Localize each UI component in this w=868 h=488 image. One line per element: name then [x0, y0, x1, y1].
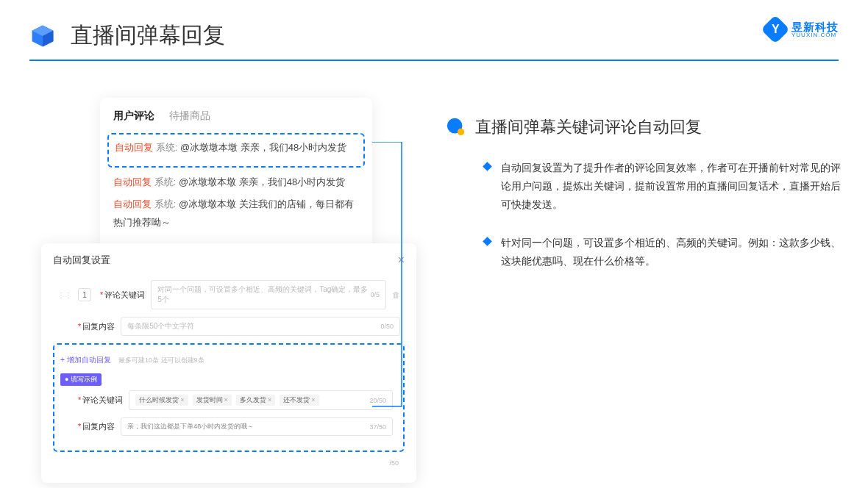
example-section: + 增加自动回复 最多可建10条 还可以创建9条 ● 填写示例 *评论关键词 什…	[53, 343, 405, 452]
keyword-row: ⋮⋮ 1 *评论关键词 对同一个问题，可设置多个相近、高频的关键词，Tag确定，…	[53, 280, 405, 309]
example-reply-input[interactable]: 亲，我们这边都是下单48小时内发货的哦～ 37/50	[121, 417, 393, 436]
add-hint: 最多可建10条 还可以创建9条	[118, 356, 204, 364]
diamond-icon	[483, 237, 492, 246]
svg-point-4	[458, 129, 464, 135]
keyword-chip[interactable]: 什么时候发货	[135, 395, 188, 406]
section-title: 直播间弹幕关键词评论自动回复	[475, 116, 702, 138]
brand-logo: 昱新科技 YUUXIN.COM	[765, 19, 839, 40]
cube-icon	[29, 23, 56, 49]
keyword-chip[interactable]: 多久发货	[236, 395, 275, 406]
keyword-chip[interactable]: 发货时间	[193, 395, 232, 406]
keyword-chip[interactable]: 还不发货	[280, 395, 319, 406]
comment-row: 自动回复 系统: @冰墩墩本墩 关注我们的店铺，每日都有热门推荐呦～	[113, 195, 359, 232]
highlighted-comment: 自动回复 系统: @冰墩墩本墩 亲亲，我们48小时内发货	[107, 133, 365, 168]
description-area: 直播间弹幕关键词评论自动回复 自动回复设置为了提升作者的评论回复效率，作者可在开…	[446, 83, 842, 290]
delete-icon[interactable]: 🗑	[392, 290, 400, 299]
chat-bubble-icon	[446, 117, 466, 137]
comment-row: 自动回复 系统: @冰墩墩本墩 亲亲，我们48小时内发货	[115, 139, 357, 157]
reply-row: *回复内容 每条限50个中文字符 0/50	[53, 317, 405, 336]
reply-input[interactable]: 每条限50个中文字符 0/50	[121, 317, 400, 336]
modal-title: 自动回复设置	[53, 254, 110, 267]
drag-handle-icon[interactable]: ⋮⋮	[57, 291, 72, 299]
brand-name-en: YUUXIN.COM	[791, 32, 839, 38]
page-header: 直播间弹幕回复 昱新科技 YUUXIN.COM	[0, 0, 868, 60]
bullet-point: 自动回复设置为了提升作者的评论回复效率，作者可在开播前针对常见的评论用户问题，提…	[446, 159, 842, 215]
tab-user-comments[interactable]: 用户评论	[113, 110, 154, 123]
brand-icon	[761, 15, 790, 44]
diamond-icon	[483, 162, 492, 171]
add-auto-reply-link[interactable]: + 增加自动回复	[60, 355, 111, 365]
row-number: 1	[78, 288, 91, 301]
auto-reply-settings-modal: 自动回复设置 × ⋮⋮ 1 *评论关键词 对同一个问题，可设置多个相近、高频的关…	[41, 243, 416, 483]
example-keyword-input[interactable]: 什么时候发货 发货时间 多久发货 还不发货 20/50	[129, 390, 393, 410]
outer-counter: /50	[389, 459, 399, 467]
comments-panel: 用户评论 待播商品 自动回复 系统: @冰墩墩本墩 亲亲，我们48小时内发货 自…	[100, 98, 372, 248]
example-badge: ● 填写示例	[60, 373, 102, 386]
close-icon[interactable]: ×	[398, 254, 405, 267]
brand-name-cn: 昱新科技	[791, 21, 839, 32]
header-divider	[29, 60, 839, 61]
screenshot-area: 用户评论 待播商品 自动回复 系统: @冰墩墩本墩 亲亲，我们48小时内发货 自…	[26, 83, 409, 290]
keyword-input[interactable]: 对同一个问题，可设置多个相近、高频的关键词，Tag确定，最多5个 0/5	[151, 280, 386, 309]
comment-row: 自动回复 系统: @冰墩墩本墩 亲亲，我们48小时内发货	[113, 173, 359, 192]
page-title: 直播间弹幕回复	[71, 21, 225, 51]
bullet-point: 针对同一个问题，可设置多个相近的、高频的关键词。例如：这款多少钱、这块能优惠吗、…	[446, 234, 842, 270]
tab-pending-products[interactable]: 待播商品	[169, 110, 210, 123]
